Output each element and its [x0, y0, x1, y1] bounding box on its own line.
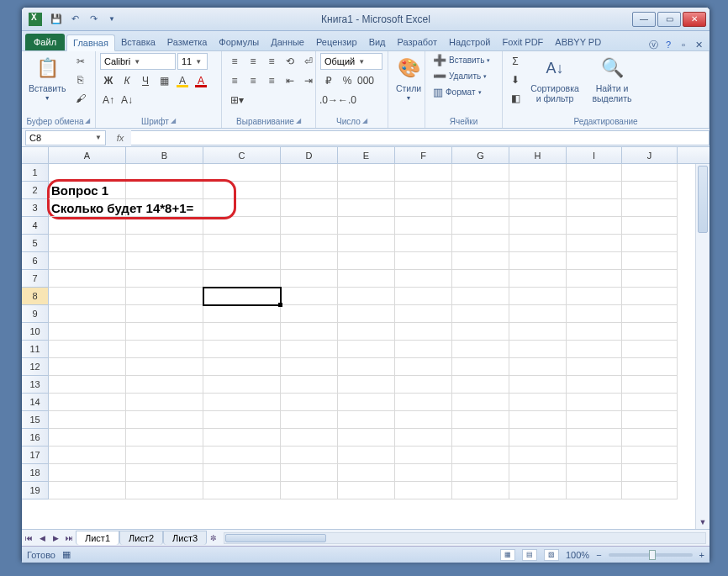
row-header[interactable]: 17	[22, 447, 49, 464]
align-top-icon[interactable]: ≡	[226, 53, 243, 70]
column-header[interactable]: A	[49, 147, 126, 163]
help-icon[interactable]: ?	[662, 39, 674, 50]
cell[interactable]	[395, 447, 452, 464]
macro-icon[interactable]: ▦	[62, 549, 71, 560]
cell[interactable]	[281, 323, 338, 341]
number-format-combo[interactable]: Общий▼	[320, 53, 382, 70]
cell[interactable]	[452, 217, 509, 235]
cell[interactable]	[452, 358, 509, 376]
cell[interactable]	[509, 182, 567, 199]
cell[interactable]	[281, 199, 338, 217]
cell[interactable]	[338, 358, 395, 376]
cell[interactable]	[452, 182, 509, 199]
paste-button[interactable]: 📋 Вставить ▼	[26, 53, 69, 103]
cell[interactable]	[567, 199, 622, 217]
tab-вид[interactable]: Вид	[363, 34, 392, 50]
cell[interactable]	[509, 429, 567, 447]
cell[interactable]	[395, 358, 452, 376]
cell[interactable]	[203, 429, 281, 447]
cell[interactable]	[49, 447, 126, 464]
row-header[interactable]: 19	[22, 482, 49, 499]
tab-nav-first-icon[interactable]: ⏮	[22, 531, 35, 545]
cell[interactable]	[622, 164, 678, 182]
sheet-tab[interactable]: Лист2	[119, 531, 163, 545]
cell[interactable]	[281, 252, 338, 270]
cell[interactable]	[395, 411, 452, 429]
cell[interactable]	[126, 464, 203, 482]
cell[interactable]	[49, 411, 126, 429]
clear-icon[interactable]: ◧	[507, 90, 524, 107]
cell[interactable]	[622, 288, 678, 305]
align-bottom-icon[interactable]: ≡	[263, 53, 280, 70]
cell[interactable]	[338, 323, 395, 341]
cell[interactable]	[567, 376, 622, 394]
align-middle-icon[interactable]: ≡	[245, 53, 261, 70]
percent-icon[interactable]: %	[339, 72, 356, 89]
new-sheet-icon[interactable]: ✼	[207, 531, 220, 545]
cell[interactable]	[567, 482, 622, 499]
cell[interactable]	[338, 270, 395, 288]
cell[interactable]	[452, 235, 509, 252]
cell[interactable]	[622, 447, 678, 464]
autosum-icon[interactable]: Σ	[507, 53, 524, 70]
cell[interactable]	[509, 464, 567, 482]
cell[interactable]	[622, 305, 678, 323]
cell[interactable]	[622, 323, 678, 341]
cell[interactable]	[281, 447, 338, 464]
cell[interactable]	[395, 429, 452, 447]
cell[interactable]	[452, 464, 509, 482]
font-size-combo[interactable]: 11▼	[177, 53, 208, 70]
cell[interactable]	[338, 235, 395, 252]
cell[interactable]	[622, 235, 678, 252]
qat-dropdown-icon[interactable]: ▼	[104, 12, 119, 27]
cell[interactable]	[567, 217, 622, 235]
cell[interactable]	[203, 252, 281, 270]
cell[interactable]	[509, 482, 567, 499]
cell[interactable]	[395, 252, 452, 270]
cell[interactable]	[126, 288, 203, 305]
vertical-scrollbar[interactable]: ▲ ▼	[695, 164, 710, 529]
cell[interactable]	[126, 252, 203, 270]
cell[interactable]	[452, 376, 509, 394]
cell[interactable]	[203, 270, 281, 288]
row-header[interactable]: 18	[22, 464, 49, 482]
cell[interactable]	[203, 411, 281, 429]
cell[interactable]	[395, 288, 452, 305]
row-header[interactable]: 6	[22, 252, 49, 270]
cell[interactable]	[203, 305, 281, 323]
cell[interactable]	[126, 447, 203, 464]
styles-button[interactable]: 🎨 Стили ▼	[393, 53, 425, 103]
cell[interactable]	[509, 447, 567, 464]
cell[interactable]	[452, 164, 509, 182]
row-header[interactable]: 9	[22, 305, 49, 323]
cell[interactable]	[126, 323, 203, 341]
cell[interactable]	[395, 217, 452, 235]
zoom-out-icon[interactable]: −	[596, 550, 601, 560]
tab-главная[interactable]: Главная	[66, 34, 115, 51]
cell[interactable]	[126, 305, 203, 323]
cell[interactable]	[509, 199, 567, 217]
tab-вставка[interactable]: Вставка	[115, 34, 161, 50]
doc-close-icon[interactable]: ✕	[693, 39, 704, 50]
cell[interactable]	[126, 341, 203, 358]
dialog-launcher-icon[interactable]: ◢	[296, 117, 301, 126]
cell[interactable]	[509, 411, 567, 429]
tab-foxit pdf[interactable]: Foxit PDF	[496, 34, 549, 50]
cell[interactable]	[395, 235, 452, 252]
cell[interactable]	[567, 358, 622, 376]
format-cells-button[interactable]: ▥Формат▾	[430, 85, 485, 99]
column-header[interactable]: H	[509, 147, 567, 163]
sheet-tab[interactable]: Лист1	[76, 531, 119, 545]
cell[interactable]	[49, 235, 126, 252]
cell[interactable]	[126, 429, 203, 447]
cell[interactable]	[567, 164, 622, 182]
cell[interactable]	[281, 288, 338, 305]
row-header[interactable]: 11	[22, 341, 49, 358]
cell[interactable]	[395, 199, 452, 217]
cell[interactable]	[452, 288, 509, 305]
cell[interactable]	[126, 411, 203, 429]
cell[interactable]	[49, 341, 126, 358]
cell[interactable]	[509, 235, 567, 252]
column-header[interactable]: D	[281, 147, 338, 163]
row-header[interactable]: 1	[22, 164, 49, 182]
